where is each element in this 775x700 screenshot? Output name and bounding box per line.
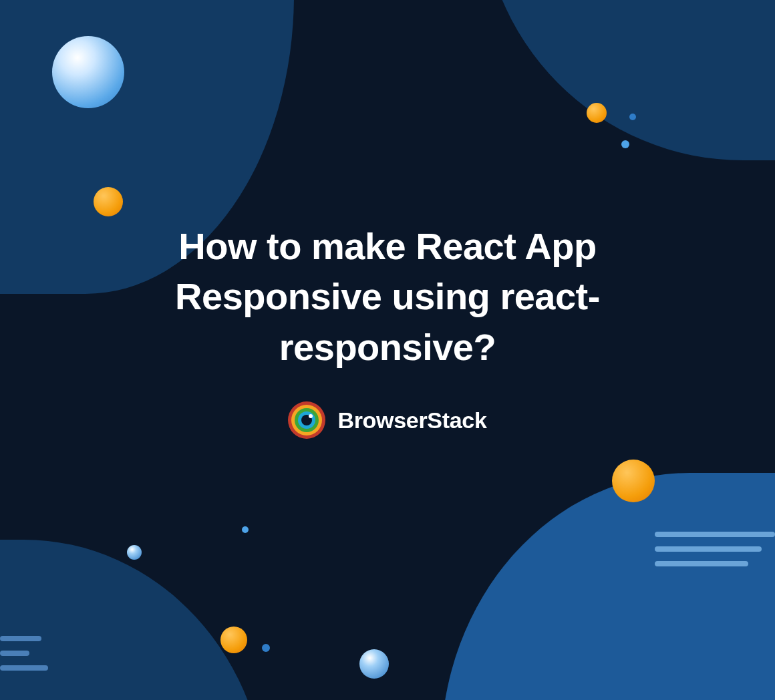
- promo-graphic: How to make React App Responsive using r…: [0, 0, 775, 700]
- brand-name: BrowserStack: [337, 407, 486, 433]
- browserstack-logo-icon: [288, 401, 325, 439]
- center-content: How to make React App Responsive using r…: [0, 0, 775, 700]
- headline: How to make React App Responsive using r…: [114, 221, 661, 373]
- brand-lockup: BrowserStack: [288, 401, 486, 439]
